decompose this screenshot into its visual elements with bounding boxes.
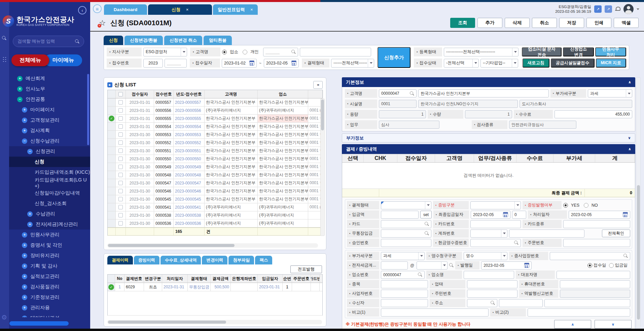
row-checkbox[interactable] [118,181,123,185]
customer-type-shop-radio[interactable] [222,50,227,54]
reverse-issue-input[interactable] [560,290,630,298]
menu-tree-item[interactable]: 예산회계 [9,73,90,84]
menu-tree-item[interactable]: 장비유지관리 [9,250,90,261]
card-type-input[interactable] [563,220,630,228]
menu-tree-item[interactable]: 인사노무 [9,84,90,94]
notification-bell-icon[interactable] [615,7,620,12]
calendar-icon[interactable] [623,212,628,217]
last-deposit-extra-input[interactable]: 0 [512,211,526,219]
column-header[interactable]: 접수일자 [397,154,435,162]
search-icon[interactable] [425,231,429,236]
issue-base-deposit-radio[interactable] [609,263,614,268]
shop-name-input[interactable] [464,271,514,279]
menu-tree-item[interactable]: 기준정보관리 [9,292,90,302]
collapse-chevron-icon[interactable] [628,147,631,151]
customer-type-person-radio[interactable] [243,50,247,54]
menu-tree-item[interactable]: 데이터신뢰성 [9,313,90,317]
search-icon[interactable] [623,254,628,258]
receipt-year-input[interactable]: 2023 [143,59,163,68]
account-bank-select[interactable] [470,230,507,238]
rail-search-icon[interactable] [2,36,6,42]
column-header[interactable]: 업소 [258,90,308,98]
vat-select[interactable]: 과세 [588,89,632,97]
proof-issue-yes-radio[interactable] [563,203,568,208]
column-header[interactable]: 수수료 [516,154,553,162]
hamburger-menu-icon[interactable] [93,4,102,13]
filter-button[interactable]: 새로고침 [523,58,549,68]
window-tab[interactable]: 신청 [148,4,212,15]
menu-tree-item[interactable]: 신청관리 [9,146,90,157]
tree-toggle-icon[interactable] [22,107,27,113]
facility-code-input[interactable]: 0001 [379,100,417,108]
menu-tree-item[interactable]: 수납관리 [9,209,90,219]
table-row[interactable]: 2023-01-3000005522023-0000552한국가스공사 인천기지… [108,139,322,147]
column-header[interactable]: CHK [364,154,397,162]
vat2-select[interactable]: 과세 [381,252,425,260]
note2-input[interactable] [528,308,630,317]
receipt-claim-select[interactable]: 영수 [464,252,507,260]
row-checkbox[interactable] [118,100,123,105]
menu-tree-item[interactable]: 마이페이지 [9,105,90,115]
tree-toggle-icon[interactable] [22,253,27,258]
tree-toggle-icon[interactable] [22,295,27,300]
inspection-input[interactable]: 안전관리규정심사 [509,121,576,129]
scroll-down-button[interactable]: ∨ [595,320,632,329]
table-row[interactable]: 2023-01-3000005532023-0000553한국가스공사 인천기지… [108,131,322,139]
row-checkbox[interactable] [118,165,123,169]
tab-close-icon[interactable] [186,7,189,12]
open-external-icon[interactable] [605,5,612,13]
card-no-input[interactable] [470,220,521,228]
status-select-2[interactable]: --기타팝업-- [480,59,518,68]
customer-name-input[interactable] [300,48,371,56]
receiver-input[interactable] [381,299,428,307]
menu-tree-item[interactable]: 실적보고관리 [9,271,90,282]
rail-apps-grid-icon[interactable] [2,56,7,62]
search-icon[interactable] [425,222,429,226]
column-header[interactable]: 고객명 [205,90,258,98]
column-header[interactable]: 변경구분 [144,275,162,283]
filter-button[interactable]: 민원사무처리 [595,47,626,56]
approval-no-input[interactable] [381,239,431,247]
item-input[interactable] [381,280,428,288]
menu-tree-item[interactable]: 민원사무관리 [9,230,90,240]
tree-toggle-icon[interactable] [27,149,33,154]
open-window-icon[interactable] [594,5,602,13]
issue-base-receipt-radio[interactable] [587,263,592,268]
facility-company-input[interactable]: 도시가스회사 [520,100,632,108]
table-row[interactable]: 2023-01-3000005362023-0000536(주)귀뚜라미에너지(… [108,219,322,227]
tree-toggle-icon[interactable] [22,118,27,123]
customer-code-search-input[interactable] [263,48,298,56]
table-row[interactable]: 2023-01-3000005482023-0000548한국가스공사 인천기지… [108,171,322,179]
customer-code-input[interactable]: 00000047 [379,89,417,97]
table-row[interactable]: 2023-01-3000005382023-0000538(주)귀뚜라미에너지(… [108,211,322,219]
table-row[interactable]: 2023-01-3000005492023-0000549한국가스공사 인천기지… [108,163,322,171]
tree-toggle-icon[interactable] [22,138,27,144]
capacity-input[interactable]: 1 [379,110,426,118]
window-tab[interactable]: 일반전표입력 [213,4,258,15]
fee-input[interactable]: 455,000 [554,110,632,118]
column-header[interactable]: 접수일자 [126,90,154,98]
tree-toggle-icon[interactable] [27,222,33,227]
issue-slip-button[interactable]: 전표발행 [290,265,322,273]
etax-domain-select[interactable] [417,261,448,270]
deposit-amount-input[interactable] [381,211,419,219]
menu-tree-item[interactable]: 신청_검사조회 [9,198,90,209]
date-from-input[interactable]: 2023-01-02 [222,59,257,68]
action-button[interactable]: 취소 [532,18,557,28]
bankbook-input[interactable] [381,230,431,238]
column-header[interactable]: 접수번호 [154,90,174,98]
row-checkbox[interactable] [118,124,123,129]
history-tab[interactable]: 첨부파일 [228,256,254,264]
row-checkbox[interactable] [118,205,123,209]
extra-info-header[interactable]: 부가정보 [342,133,635,142]
sub-tab[interactable]: 신청변경/환불 [124,36,163,45]
row-checkbox[interactable] [118,132,123,137]
column-header[interactable]: 결제형태 [188,275,211,283]
all-menu-button[interactable]: 전체메뉴 [11,54,49,66]
mobile-input[interactable] [560,280,630,288]
menu-tree-item[interactable]: 카드입금내역조회 (KICC) [9,167,90,177]
my-menu-button[interactable]: 마이메뉴 [44,54,82,66]
favorite-add-star-icon[interactable]: + [99,18,108,27]
tree-toggle-icon[interactable] [27,211,33,217]
select-all-checkbox[interactable] [118,92,123,96]
